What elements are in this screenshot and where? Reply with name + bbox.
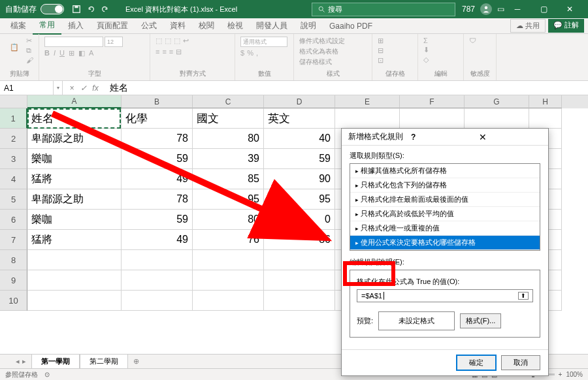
name-box-dropdown[interactable]: ▾ [54,81,63,95]
merge-button[interactable]: ⊟ [176,48,182,56]
font-name-dropdown[interactable] [44,37,103,47]
tab-file[interactable]: 檔案 [4,18,33,34]
cell-styles-button[interactable]: 儲存格樣式 [299,57,345,67]
minimize-button[interactable]: ─ [504,0,531,18]
cell-A4[interactable]: 猛將 [27,169,122,189]
fx-icon[interactable]: fx [90,84,101,93]
cell-B1[interactable]: 化學 [122,108,193,129]
rule-item-selected[interactable]: 使用公式來決定要格式化哪些儲存格 [350,236,540,250]
tab-gaaiho[interactable]: Gaaiho PDF [323,19,379,33]
cell-A2[interactable]: 卑鄙源之助 [27,129,122,149]
tab-home[interactable]: 常用 [33,17,61,35]
name-box[interactable]: A1 [0,81,54,95]
align-top-icon[interactable]: ⬚ [155,37,162,45]
col-header-H[interactable]: H [529,95,562,108]
col-header-B[interactable]: B [122,95,193,108]
rule-item[interactable]: 只格式化包含下列的儲存格 [350,178,540,193]
redo-icon[interactable] [101,5,110,14]
col-header-E[interactable]: E [335,95,400,108]
number-format-dropdown[interactable]: 通用格式 [240,37,287,47]
format-painter-icon[interactable]: 🖌 [26,56,33,64]
row-header-5[interactable]: 5 [0,189,27,210]
cell-A7[interactable]: 猛將 [27,230,122,250]
sheet-tab-2[interactable]: 第二學期 [80,354,128,369]
formula-input[interactable]: =$A$1 ⬆ [357,289,533,302]
tab-data[interactable]: 資料 [163,18,192,34]
border-button[interactable]: ⊞ [69,49,74,57]
tab-view[interactable]: 檢視 [221,18,250,34]
ok-button[interactable]: 確定 [457,355,496,370]
fill-button[interactable]: ⬇ [423,46,429,54]
underline-button[interactable]: U [59,49,65,57]
format-as-table-button[interactable]: 格式化為表格 [299,47,345,56]
comment-button[interactable]: 💬 註解 [548,19,584,33]
row-header-2[interactable]: 2 [0,129,27,149]
add-sheet-button[interactable]: ⊕ [128,357,144,366]
sheet-nav-next-icon[interactable]: ▸ [22,357,26,366]
row-header-9[interactable]: 9 [0,270,27,291]
sheet-nav-prev-icon[interactable]: ◂ [16,357,20,366]
row-header-6[interactable]: 6 [0,210,27,230]
sensitivity-button[interactable]: 🛡 [469,37,476,44]
search-box[interactable]: 搜尋 [312,3,455,16]
cell-A1[interactable]: 姓名 [27,108,122,129]
row-header-8[interactable]: 8 [0,250,27,270]
col-header-A[interactable]: A [27,95,122,108]
format-button[interactable]: 格式(F)... [460,313,501,328]
format-cells-button[interactable]: ⊡ [378,56,384,65]
enter-formula-icon[interactable]: ✓ [78,84,89,93]
row-header-10[interactable]: 10 [0,291,27,311]
sheet-tab-1[interactable]: 第一學期 [31,354,80,370]
cut-icon[interactable]: ✂ [26,37,33,45]
conditional-formatting-button[interactable]: 條件式格式設定 [299,37,345,46]
tab-developer[interactable]: 開發人員 [250,18,294,34]
fill-color-button[interactable]: ◧ [78,49,85,57]
col-header-G[interactable]: G [465,95,529,108]
recorder-icon[interactable]: ⊙ [44,371,50,378]
rule-type-list[interactable]: 根據其值格式化所有儲存格 只格式化包含下列的儲存格 只格式化排在最前面或最後面的… [350,163,540,251]
insert-cells-button[interactable]: ⊞ [378,37,384,45]
rule-item[interactable]: 只格式化排在最前面或最後面的值 [350,193,540,207]
col-header-C[interactable]: C [193,95,264,108]
italic-button[interactable]: I [54,49,56,57]
delete-cells-button[interactable]: ⊟ [378,46,384,55]
paste-button[interactable]: 📋 [5,37,24,57]
font-color-button[interactable]: A [89,49,93,57]
undo-icon[interactable] [86,5,95,14]
tab-formulas[interactable]: 公式 [135,18,163,34]
cell-C1[interactable]: 國文 [193,108,264,129]
share-button[interactable]: ☁ 共用 [510,19,546,33]
row-header-4[interactable]: 4 [0,169,27,189]
zoom-in-icon[interactable]: + [559,371,563,378]
comma-button[interactable]: , [256,49,258,57]
copy-icon[interactable]: ⧉ [26,46,33,55]
dialog-close-icon[interactable]: ✕ [479,132,542,142]
rule-item[interactable]: 根據其值格式化所有儲存格 [350,164,540,178]
select-all-corner[interactable] [0,95,27,108]
rule-item[interactable]: 只格式化高於或低於平均的值 [350,207,540,221]
col-header-F[interactable]: F [400,95,465,108]
bold-button[interactable]: B [44,49,50,57]
col-header-D[interactable]: D [264,95,335,108]
row-header-7[interactable]: 7 [0,230,27,250]
tab-help[interactable]: 說明 [294,18,323,34]
font-size-dropdown[interactable]: 12 [105,37,123,47]
autosum-button[interactable]: Σ [423,37,429,44]
cell-A3[interactable]: 樂咖 [27,149,122,169]
align-left-icon[interactable]: ≡ [155,48,159,56]
percent-button[interactable]: % [247,49,253,57]
range-picker-icon[interactable]: ⬆ [518,292,529,300]
tab-insert[interactable]: 插入 [61,18,90,34]
maximize-button[interactable]: ▢ [531,0,557,18]
currency-button[interactable]: $ [240,49,244,57]
close-button[interactable]: ✕ [557,0,583,18]
save-icon[interactable] [72,5,81,14]
user-area[interactable]: 787 ▭ [462,3,504,15]
cell-A6[interactable]: 樂咖 [27,210,122,230]
cell-A5[interactable]: 卑鄙源之助 [27,189,122,210]
formula-bar[interactable]: 姓名 [105,82,588,94]
cancel-button[interactable]: 取消 [501,355,540,370]
tab-layout[interactable]: 頁面配置 [90,18,135,34]
ribbon-display-icon[interactable]: ▭ [497,5,504,14]
cancel-formula-icon[interactable]: × [67,84,77,93]
